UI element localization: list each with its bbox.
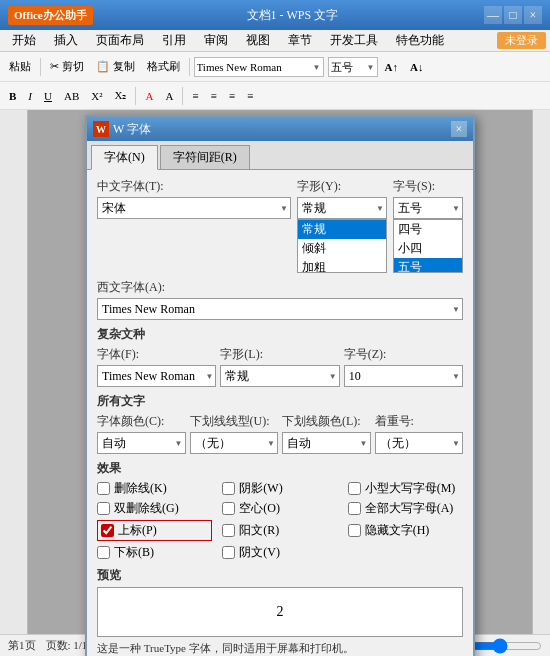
double-strike-checkbox[interactable] [97, 502, 110, 515]
tab-font[interactable]: 字体(N) [91, 145, 158, 170]
main-area: 办公助手 W W 字体 × 字体(N) 字符间距(R) [0, 110, 550, 634]
hidden-checkbox[interactable] [348, 524, 361, 537]
menu-bar: 开始 插入 页面布局 引用 审阅 视图 章节 开发工具 特色功能 未登录 [0, 30, 550, 52]
cut-button[interactable]: ✂ 剪切 [45, 56, 89, 77]
maximize-button[interactable]: □ [504, 6, 522, 24]
size-select-wrap: 五号 [393, 197, 463, 219]
small-caps-checkbox[interactable] [348, 482, 361, 495]
menu-dev-tools[interactable]: 开发工具 [322, 30, 386, 51]
cn-font-row: 中文字体(T): 宋体 字形(Y): 常规 [97, 178, 463, 273]
style-option-italic[interactable]: 倾斜 [298, 239, 386, 258]
size-option-5[interactable]: 五号 [394, 258, 462, 273]
superscript-checkbox[interactable] [101, 524, 114, 537]
emphasis-select[interactable]: （无） [375, 432, 464, 454]
tab-char-spacing[interactable]: 字符间距(R) [160, 145, 250, 169]
menu-view[interactable]: 视图 [238, 30, 278, 51]
copy-button[interactable]: 📋 复制 [91, 56, 140, 77]
menu-review[interactable]: 审阅 [196, 30, 236, 51]
underline-color-wrap: 自动 [282, 432, 371, 454]
superscript-button[interactable]: X² [86, 87, 107, 105]
complex-label: 复杂文种 [97, 326, 463, 343]
complex-style-select[interactable]: 常规 [220, 365, 339, 387]
effect-shadow: 阴影(W) [222, 480, 337, 497]
minimize-button[interactable]: — [484, 6, 502, 24]
font-size-select[interactable]: 五号 [328, 57, 378, 77]
strikethrough-checkbox[interactable] [97, 482, 110, 495]
subscript-checkbox[interactable] [97, 546, 110, 559]
complex-font-select[interactable]: Times New Roman [97, 365, 216, 387]
font-shrink-button[interactable]: A↓ [405, 58, 428, 76]
outline-checkbox[interactable] [222, 502, 235, 515]
shadow-label: 阴影(W) [239, 480, 282, 497]
format-copy-button[interactable]: 格式刷 [142, 56, 185, 77]
style-option-bold[interactable]: 加粗 [298, 258, 386, 273]
en-font-label: 西文字体(A): [97, 279, 463, 296]
font-grow-button[interactable]: A↑ [380, 58, 403, 76]
strikethrough-label: 删除线(K) [114, 480, 167, 497]
emphasis-wrap: （无） [375, 432, 464, 454]
effect-hidden: 隐藏文字(H) [348, 520, 463, 541]
align-left-button[interactable]: ≡ [187, 87, 203, 105]
style-select[interactable]: 常规 [297, 197, 387, 219]
strikethrough-button[interactable]: AB [59, 87, 84, 105]
menu-start[interactable]: 开始 [4, 30, 44, 51]
dialog-overlay: W W 字体 × 字体(N) 字符间距(R) 中文字体(T): [28, 110, 532, 634]
style-option-regular[interactable]: 常规 [298, 220, 386, 239]
cn-font-select[interactable]: 宋体 [97, 197, 291, 219]
highlight-button[interactable]: A [160, 87, 178, 105]
divider-2 [189, 58, 190, 76]
size-option-xs4[interactable]: 小四 [394, 239, 462, 258]
underline-color-select[interactable]: 自动 [282, 432, 371, 454]
font-name-select[interactable]: Times New Roman [194, 57, 324, 77]
en-font-row: 西文字体(A): Times New Roman [97, 279, 463, 320]
underline-button[interactable]: U [39, 87, 57, 105]
italic-button[interactable]: I [23, 87, 37, 105]
bold-button[interactable]: B [4, 87, 21, 105]
menu-insert[interactable]: 插入 [46, 30, 86, 51]
underline-select[interactable]: （无） [190, 432, 279, 454]
align-right-button[interactable]: ≡ [224, 87, 240, 105]
menu-page-layout[interactable]: 页面布局 [88, 30, 152, 51]
font-color-button[interactable]: A [140, 87, 158, 105]
underline-color-label: 下划线颜色(L): [282, 413, 371, 430]
engrave-checkbox[interactable] [222, 546, 235, 559]
appname: WPS 文字 [287, 8, 339, 22]
login-button[interactable]: 未登录 [497, 32, 546, 49]
menu-section[interactable]: 章节 [280, 30, 320, 51]
complex-style-group: 字形(L): 常规 [220, 346, 339, 387]
emboss-checkbox[interactable] [222, 524, 235, 537]
preview-section: 预览 2 这是一种 TrueType 字体，同时适用于屏幕和打印机。 [97, 567, 463, 656]
en-font-select[interactable]: Times New Roman [97, 298, 463, 320]
dialog-tabs: 字体(N) 字符间距(R) [87, 141, 473, 170]
size-option-4[interactable]: 四号 [394, 220, 462, 239]
style-listbox[interactable]: 常规 倾斜 加粗 [297, 219, 387, 273]
size-listbox[interactable]: 四号 小四 五号 [393, 219, 463, 273]
menu-special[interactable]: 特色功能 [388, 30, 452, 51]
en-font-select-wrap: Times New Roman [97, 298, 463, 320]
complex-size-select[interactable]: 10 [344, 365, 463, 387]
complex-font-label: 字体(F): [97, 346, 216, 363]
preview-text: 2 [277, 604, 284, 620]
subscript-button[interactable]: X₂ [110, 86, 132, 105]
window-controls: — □ × [484, 6, 542, 24]
font-color-select[interactable]: 自动 [97, 432, 186, 454]
close-button[interactable]: × [524, 6, 542, 24]
emphasis-group: 着重号: （无） [375, 413, 464, 454]
all-caps-checkbox[interactable] [348, 502, 361, 515]
allchar-label: 所有文字 [97, 393, 463, 410]
effect-superscript: 上标(P) [97, 520, 212, 541]
effect-small-caps: 小型大写字母(M) [348, 480, 463, 497]
align-center-button[interactable]: ≡ [206, 87, 222, 105]
menu-reference[interactable]: 引用 [154, 30, 194, 51]
underline-label: 下划线线型(U): [190, 413, 279, 430]
size-select[interactable]: 五号 [393, 197, 463, 219]
shadow-checkbox[interactable] [222, 482, 235, 495]
cn-font-group: 中文字体(T): 宋体 [97, 178, 291, 219]
dialog-close-button[interactable]: × [451, 121, 467, 137]
paste-button[interactable]: 粘贴 [4, 56, 36, 77]
engrave-label: 阴文(V) [239, 544, 280, 561]
complex-row: 字体(F): Times New Roman 字形(L): [97, 346, 463, 387]
right-sidebar [532, 110, 550, 634]
subscript-label: 下标(B) [114, 544, 154, 561]
justify-button[interactable]: ≡ [242, 87, 258, 105]
